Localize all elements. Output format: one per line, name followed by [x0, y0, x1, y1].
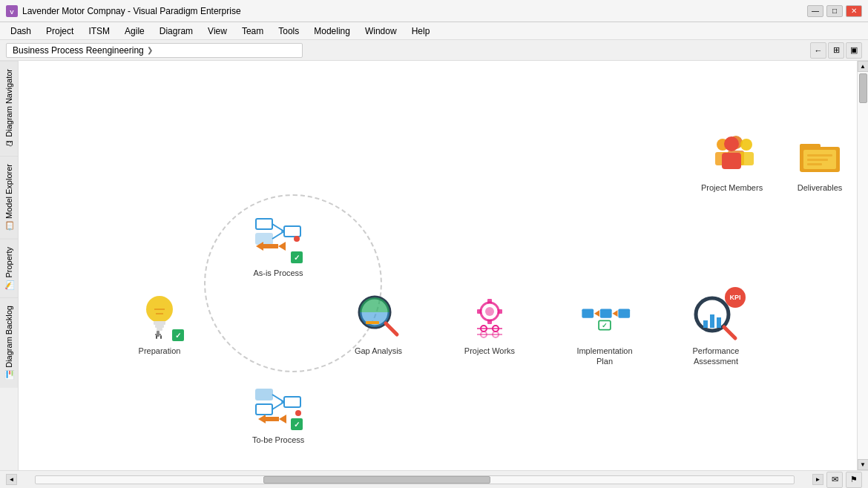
diagram-item-gap-analysis[interactable]: Gap Analysis — [352, 291, 404, 356]
sidebar-tab-diagram-backlog[interactable]: 📊 Diagram Backlog — [0, 297, 18, 388]
model-explorer-icon: 📋 — [4, 222, 14, 231]
diagram-item-implementation-plan[interactable]: ✓ Implementation Plan — [571, 291, 638, 367]
model-explorer-label: Model Explorer — [4, 164, 13, 219]
svg-marker-24 — [278, 242, 286, 251]
svg-rect-53 — [600, 309, 612, 317]
property-label: Property — [4, 247, 13, 278]
panel-icon[interactable]: ▣ — [846, 42, 862, 59]
diagram-item-preparation[interactable]: ✓ Preparation — [134, 291, 185, 356]
scroll-left-button[interactable]: ◄ — [6, 474, 17, 485]
scroll-track — [858, 72, 868, 459]
sidebar-tab-property[interactable]: 📝 Property — [0, 239, 18, 298]
close-button[interactable]: ✕ — [846, 5, 862, 17]
menu-window[interactable]: Window — [358, 24, 404, 38]
svg-rect-35 — [160, 335, 162, 339]
sidebar-tab-model-explorer[interactable]: 📋 Model Explorer — [0, 156, 18, 239]
bottom-scrollbar[interactable] — [35, 475, 795, 484]
gap-analysis-label: Gap Analysis — [355, 346, 402, 356]
svg-rect-42 — [487, 320, 492, 324]
as-is-check-badge: ✓ — [291, 251, 303, 263]
toolbar-right-icons: ← ⊞ ▣ — [810, 42, 862, 59]
bottom-thumb — [263, 476, 491, 484]
mail-icon[interactable]: ✉ — [826, 472, 843, 488]
menu-agile[interactable]: Agile — [117, 24, 152, 38]
menu-view[interactable]: View — [200, 24, 234, 38]
diagram-item-performance-assessment[interactable]: KPI Performance Assessment — [683, 287, 749, 367]
main-layout: 🗂 Diagram Navigator 📋 Model Explorer 📝 P… — [0, 61, 868, 470]
to-be-process-label: To-be Process — [252, 435, 304, 445]
svg-rect-51 — [582, 309, 594, 317]
svg-rect-64 — [256, 404, 272, 415]
diagram-navigator-icon: 🗂 — [4, 140, 13, 148]
menu-diagram[interactable]: Diagram — [152, 24, 200, 38]
svg-rect-63 — [256, 389, 272, 400]
implementation-plan-label: Implementation Plan — [571, 346, 638, 367]
svg-rect-16 — [256, 219, 272, 229]
diagram-backlog-icon: 📊 — [4, 371, 14, 380]
menu-help[interactable]: Help — [404, 24, 438, 38]
diagram-item-as-is-process[interactable]: ✓ As-is Process — [252, 213, 304, 278]
gap-analysis-icon-area — [352, 291, 404, 343]
back-icon[interactable]: ← — [810, 42, 826, 59]
diagram-item-project-members[interactable]: Project Members — [701, 128, 763, 193]
diagram-item-to-be-process[interactable]: ✓ To-be Process — [252, 380, 304, 445]
svg-rect-11 — [800, 144, 821, 150]
menu-bar: Dash Project ITSM Agile Diagram View Tea… — [0, 22, 868, 40]
breadcrumb[interactable]: Business Process Reengineering ❯ — [6, 43, 303, 58]
as-is-process-label: As-is Process — [253, 268, 303, 278]
bottom-icons: ✉ ⚑ — [826, 472, 862, 488]
scroll-right-button[interactable]: ► — [812, 474, 823, 485]
scroll-up-button[interactable]: ▲ — [858, 61, 869, 72]
flag-icon[interactable]: ⚑ — [846, 472, 862, 488]
scroll-down-button[interactable]: ▼ — [858, 459, 869, 470]
svg-rect-43 — [477, 309, 481, 314]
minimize-button[interactable]: — — [807, 5, 823, 17]
diagram-item-deliverables[interactable]: Deliverables — [794, 128, 846, 193]
menu-tools[interactable]: Tools — [271, 24, 306, 38]
diagram-navigator-label: Diagram Navigator — [4, 69, 13, 137]
deliverables-icon-area — [794, 128, 846, 179]
svg-marker-69 — [258, 415, 266, 423]
performance-assessment-icon-area: KPI — [686, 287, 746, 343]
svg-rect-29 — [157, 328, 162, 331]
svg-rect-17 — [256, 234, 272, 244]
maximize-button[interactable]: □ — [826, 5, 843, 17]
kpi-badge: KPI — [725, 287, 746, 308]
preparation-label: Preparation — [139, 346, 181, 356]
scroll-thumb[interactable] — [859, 73, 867, 103]
svg-rect-34 — [156, 335, 157, 339]
menu-team[interactable]: Team — [234, 24, 271, 38]
title-bar: V Lavender Motor Compnay - Visual Paradi… — [0, 0, 868, 22]
implementation-plan-icon-area: ✓ — [579, 291, 631, 343]
menu-project[interactable]: Project — [39, 24, 81, 38]
svg-line-21 — [272, 231, 284, 239]
bottom-bar: ◄ ► ✉ ⚑ — [0, 470, 868, 488]
grid-icon[interactable]: ⊞ — [828, 42, 844, 59]
svg-line-62 — [724, 327, 735, 338]
menu-dash[interactable]: Dash — [3, 24, 39, 38]
sidebar-tab-diagram-navigator[interactable]: 🗂 Diagram Navigator — [0, 61, 18, 156]
svg-line-68 — [272, 402, 284, 409]
svg-rect-18 — [284, 226, 300, 237]
breadcrumb-arrow-icon: ❯ — [147, 46, 153, 54]
svg-rect-61 — [717, 317, 721, 328]
svg-marker-71 — [279, 415, 286, 423]
svg-rect-15 — [807, 163, 822, 165]
diagram-item-project-works[interactable]: Project Works — [464, 291, 516, 356]
app-title: Lavender Motor Compnay - Visual Paradigm… — [22, 6, 241, 16]
menu-modeling[interactable]: Modeling — [306, 24, 358, 38]
breadcrumb-text: Business Process Reengineering — [13, 45, 144, 56]
svg-rect-44 — [498, 309, 502, 314]
right-scrollbar[interactable]: ▲ ▼ — [857, 61, 868, 470]
svg-rect-13 — [807, 154, 832, 156]
svg-point-40 — [485, 307, 494, 316]
project-works-label: Project Works — [464, 346, 515, 356]
menu-itsm[interactable]: ITSM — [81, 24, 117, 38]
to-be-process-icon-area: ✓ — [252, 380, 304, 432]
project-members-icon-area — [706, 128, 758, 179]
svg-marker-54 — [613, 310, 618, 317]
svg-point-6 — [740, 139, 752, 151]
svg-rect-9 — [722, 153, 741, 169]
project-works-icon-area — [464, 291, 516, 343]
svg-marker-52 — [594, 310, 599, 317]
